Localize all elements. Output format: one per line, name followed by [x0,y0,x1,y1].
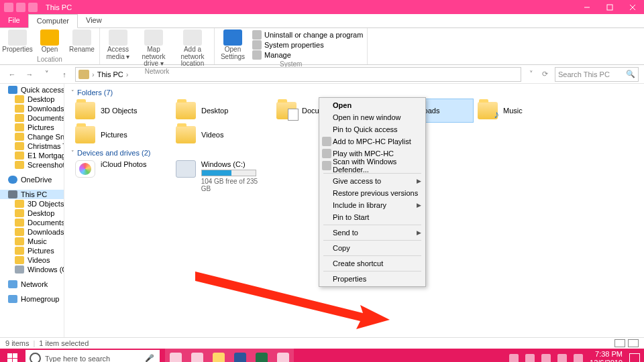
tray-icon[interactable] [557,354,567,363]
sidebar-item[interactable]: Pictures [0,123,64,132]
folder-pictures[interactable]: Pictures [71,123,172,147]
maximize-button[interactable] [598,0,621,14]
ctx-pin-start[interactable]: Pin to Start [321,211,424,223]
sidebar-item-quick-access[interactable]: Quick access [0,85,64,95]
sidebar-item-network[interactable]: Network [0,280,64,289]
open-button[interactable]: Open [36,29,63,56]
tab-view[interactable]: View [78,14,110,27]
sidebar-item[interactable]: Screenshots [0,160,64,170]
add-network-location-button[interactable]: Add a network location [175,29,210,68]
taskbar: Type here to search 🎤 7:38 PM12/6/2019 [0,349,644,362]
ctx-copy[interactable]: Copy [321,242,424,254]
qat-icon[interactable] [28,3,38,12]
system-properties-button[interactable]: System properties [252,40,363,50]
taskbar-app[interactable] [229,349,251,362]
taskbar-search-input[interactable]: Type here to search 🎤 [25,350,160,362]
properties-button[interactable]: Properties [4,29,31,56]
sidebar-item[interactable]: 3D Objects [0,199,64,208]
sidebar-item[interactable]: E1 Mortgages [0,151,64,160]
tray-icon[interactable] [574,354,583,363]
sidebar-item[interactable]: Desktop [0,95,64,104]
ctx-open-new-window[interactable]: Open in new window [321,111,424,123]
folder-3d-objects[interactable]: 3D Objects [71,99,172,123]
sidebar-item[interactable]: Downloads [0,227,64,237]
ctx-include-library[interactable]: Include in library▶ [321,199,424,211]
sidebar-item[interactable]: Desktop [0,208,64,218]
forward-button[interactable]: → [23,68,36,81]
sidebar-item[interactable]: Downloads [0,104,64,113]
taskbar-app[interactable] [251,349,272,362]
tray-icon[interactable] [541,354,551,363]
start-button[interactable] [0,349,24,362]
sidebar-item[interactable]: Change Snap Pass [0,132,64,141]
sidebar-item[interactable]: Christmas Trees [0,141,64,151]
shield-icon [322,161,331,170]
manage-button[interactable]: Manage [252,50,363,60]
sidebar-item-onedrive[interactable]: OneDrive [0,175,64,184]
open-settings-button[interactable]: Open Settings [219,29,247,60]
drive-icloud-photos[interactable]: iCloud Photos [71,159,172,194]
svg-rect-0 [607,5,612,10]
notifications-icon[interactable] [629,353,640,363]
back-button[interactable]: ← [5,68,19,81]
recent-button[interactable]: ˅ [40,68,54,81]
status-bar: 9 items | 1 item selected [0,337,644,349]
tray-clock[interactable]: 7:38 PM12/6/2019 [590,350,623,362]
mpc-icon [322,149,331,158]
access-media-button[interactable]: Access media ▾ [104,29,132,68]
breadcrumb-item[interactable]: This PC [97,70,123,78]
drive-usage-bar [201,170,256,176]
sidebar-item[interactable]: Windows (C:) [0,265,64,274]
tab-file[interactable]: File [0,14,28,27]
folder-videos[interactable]: Videos [172,123,272,147]
search-placeholder: Search This PC [558,70,610,78]
view-details-icon[interactable] [614,339,625,347]
sidebar-item[interactable]: Music [0,237,64,246]
ctx-give-access[interactable]: Give access to▶ [321,175,424,187]
sidebar-item[interactable]: Documents [0,218,64,227]
ctx-add-mpc-playlist[interactable]: Add to MPC-HC Playlist [321,135,424,147]
map-drive-button[interactable]: Map network drive ▾ [138,29,170,68]
folder-desktop[interactable]: Desktop [172,99,272,123]
taskbar-app[interactable] [165,349,186,362]
ctx-pin-quick-access[interactable]: Pin to Quick access [321,123,424,135]
sidebar-item-this-pc[interactable]: This PC [0,190,64,199]
minimize-button[interactable] [576,0,598,14]
tab-computer[interactable]: Computer [28,14,78,28]
titlebar: This PC [0,0,644,14]
sidebar-item[interactable]: Videos [0,255,64,265]
view-icons-icon[interactable] [628,339,639,347]
uninstall-button[interactable]: Uninstall or change a program [252,30,363,40]
context-menu: Open Open in new window Pin to Quick acc… [319,97,426,287]
drive-icon [176,160,196,178]
up-button[interactable]: ↑ [58,68,71,81]
mic-icon: 🎤 [145,354,154,362]
nav-sidebar: Quick access Desktop Downloads Documents… [0,84,64,337]
qat-icon[interactable] [16,3,25,12]
ctx-send-to[interactable]: Send to▶ [321,227,424,239]
folder-music[interactable]: Music [474,99,574,123]
ctx-restore-previous[interactable]: Restore previous versions [321,187,424,199]
tray-icon[interactable] [509,354,519,363]
system-tray: 7:38 PM12/6/2019 [505,350,644,362]
qat-icon[interactable] [4,3,13,12]
sidebar-item[interactable]: Documents [0,113,64,123]
taskbar-app[interactable] [272,349,294,362]
breadcrumb[interactable]: › This PC › [75,67,521,82]
ctx-properties[interactable]: Properties [321,273,424,285]
close-button[interactable] [621,0,644,14]
search-input[interactable]: Search This PC 🔍 [555,67,639,82]
sidebar-item[interactable]: Pictures [0,246,64,255]
drive-windows-c[interactable]: Windows (C:) 104 GB free of 235 GB [172,159,272,194]
rename-button[interactable]: Rename [68,29,95,56]
taskbar-app[interactable] [186,349,208,362]
ctx-create-shortcut[interactable]: Create shortcut [321,257,424,269]
ctx-open[interactable]: Open [321,99,424,111]
pc-icon [78,70,89,79]
sidebar-item-homegroup[interactable]: Homegroup [0,294,64,304]
refresh-icon[interactable]: ⟳ [539,68,551,80]
tray-icon[interactable] [525,354,535,363]
addr-dropdown-icon[interactable]: ˅ [525,68,537,80]
taskbar-app[interactable] [208,349,229,362]
ctx-scan-defender[interactable]: Scan with Windows Defender... [321,160,424,172]
